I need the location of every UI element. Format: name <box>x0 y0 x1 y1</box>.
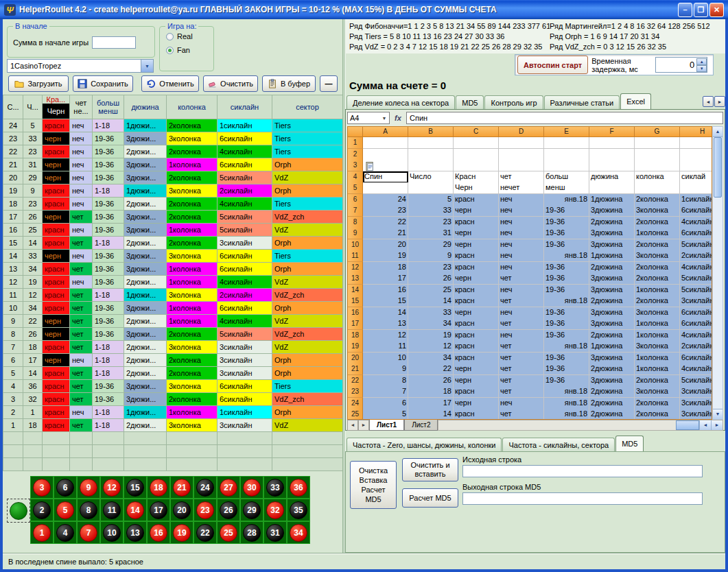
excel-formula-input[interactable]: Спин <box>406 112 723 124</box>
excel-cell-B14[interactable]: 25 <box>408 285 454 296</box>
excel-cell-D20[interactable]: чет <box>499 353 544 364</box>
excel-cell-H7[interactable]: 6сиклайн <box>680 205 712 217</box>
excel-cell-D15[interactable]: чет <box>499 296 544 307</box>
excel-cell-C23[interactable]: красн <box>454 386 499 398</box>
excel-cell-G7[interactable]: 3колонка <box>635 205 680 217</box>
history-row[interactable]: 2131черннеч19-363дюжи...1колонка6сиклайн… <box>3 158 343 171</box>
excel-cell-C24[interactable]: черн <box>454 398 499 409</box>
board-cell-29[interactable]: 29 <box>240 499 263 521</box>
board-cell-13[interactable]: 13 <box>124 521 147 544</box>
excel-cell-F5[interactable] <box>589 182 635 194</box>
excel-cell-E19[interactable]: янв.18 <box>544 341 589 353</box>
excel-cell-F11[interactable]: 1дюжина <box>589 250 635 262</box>
excel-cell-B8[interactable]: 23 <box>408 217 454 228</box>
excel-cell-C13[interactable]: черн <box>454 273 499 285</box>
history-row[interactable]: 1112краснчет1-181дюжи...3колонка2сиклайн… <box>3 289 343 302</box>
excel-cell-F7[interactable]: 3дюжина <box>589 205 635 217</box>
excel-horizontal-scrollbar[interactable]: ◄ ► <box>438 420 723 431</box>
excel-cell-E20[interactable]: 19-36 <box>544 353 589 364</box>
excel-cell-E15[interactable]: янв.18 <box>544 296 589 307</box>
excel-cell-G19[interactable]: 3колонка <box>635 341 680 353</box>
excel-cell-C25[interactable]: красн <box>454 409 499 420</box>
history-row[interactable]: 118краснчет1-182дюжи...3колонка3сиклайнV… <box>3 419 343 432</box>
excel-cell-H3[interactable] <box>680 160 712 171</box>
excel-cell-F18[interactable]: 2дюжина <box>589 330 635 342</box>
excel-cell-E17[interactable]: 19-36 <box>544 318 589 330</box>
board-cell-14[interactable]: 14 <box>124 499 147 521</box>
scroll-left-icon[interactable]: ◄ <box>699 420 711 430</box>
excel-cell-A2[interactable] <box>363 149 408 160</box>
excel-cell-F19[interactable]: 1дюжина <box>589 341 635 353</box>
fx-icon[interactable]: fx <box>392 114 404 122</box>
scroll-up-icon[interactable]: ▲ <box>713 127 723 137</box>
board-cell-17[interactable]: 17 <box>147 499 170 521</box>
board-cell-16[interactable]: 16 <box>147 521 170 544</box>
history-row[interactable]: 1034краснчет19-363дюжи...1колонка6сиклай… <box>3 302 343 315</box>
excel-cell-A17[interactable]: 13 <box>363 318 408 330</box>
excel-cell-B16[interactable]: 33 <box>408 307 454 319</box>
excel-row-header-13[interactable]: 13 <box>348 273 363 285</box>
board-cell-15[interactable]: 15 <box>124 476 147 499</box>
excel-cell-F17[interactable]: 3дюжина <box>589 318 635 330</box>
excel-cell-H2[interactable] <box>680 149 712 160</box>
excel-cell-A19[interactable]: 11 <box>363 341 408 353</box>
board-cell-12[interactable]: 12 <box>100 476 124 499</box>
excel-cell-G18[interactable]: 1колонка <box>635 330 680 342</box>
excel-cell-G8[interactable]: 2колонка <box>635 217 680 228</box>
paste-options-icon[interactable] <box>365 161 375 172</box>
excel-cell-E16[interactable]: 19-36 <box>544 307 589 319</box>
excel-cell-H14[interactable]: 5сиклайн <box>680 285 712 296</box>
excel-name-box[interactable]: A4 ▼ <box>347 112 390 124</box>
excel-cell-C20[interactable]: красн <box>454 353 499 364</box>
excel-cell-C4[interactable]: Красн <box>454 171 499 183</box>
history-row[interactable]: 1219красннеч19-362дюжи...1колонка4сиклай… <box>3 276 343 289</box>
excel-row-header-19[interactable]: 19 <box>348 341 363 353</box>
copy-to-buffer-button[interactable]: В буфер <box>262 75 316 92</box>
excel-cell-A8[interactable]: 22 <box>363 217 408 228</box>
excel-cell-H24[interactable]: 3сиклайн <box>680 398 712 409</box>
excel-cell-F3[interactable] <box>589 160 635 171</box>
sheet-nav-right-icon[interactable]: ► <box>358 420 369 431</box>
name-box-dropdown-icon[interactable]: ▼ <box>379 116 389 121</box>
excel-vertical-scrollbar[interactable]: ▲ ▼ <box>712 126 723 420</box>
excel-row-header-21[interactable]: 21 <box>348 364 363 375</box>
excel-cell-G12[interactable]: 2колонка <box>635 262 680 274</box>
board-cell-18[interactable]: 18 <box>147 476 170 499</box>
start-sum-input[interactable] <box>92 36 136 49</box>
excel-cell-F1[interactable] <box>589 137 635 149</box>
scroll-down-icon[interactable]: ▼ <box>713 409 723 419</box>
excel-cell-H13[interactable]: 5сиклайн <box>680 273 712 285</box>
excel-cell-E3[interactable] <box>544 160 589 171</box>
vertical-scroll-thumb[interactable] <box>714 137 722 198</box>
excel-row-header-25[interactable]: 25 <box>348 409 363 420</box>
output-string-input[interactable] <box>462 492 703 505</box>
excel-cell-B22[interactable]: 26 <box>408 375 454 387</box>
excel-cell-F21[interactable]: 2дюжина <box>589 364 635 375</box>
excel-cell-C3[interactable] <box>454 160 499 171</box>
history-row[interactable]: 718краснчет1-182дюжи...3колонка3сиклайнV… <box>3 341 343 354</box>
load-button[interactable]: Загрузить <box>8 75 69 92</box>
excel-cell-G17[interactable]: 1колонка <box>635 318 680 330</box>
board-cell-7[interactable]: 7 <box>77 521 100 544</box>
excel-cell-E14[interactable]: 19-36 <box>544 285 589 296</box>
excel-cell-E8[interactable]: 19-36 <box>544 217 589 228</box>
excel-cell-H6[interactable]: 1сиклайн <box>680 194 712 206</box>
excel-cell-D12[interactable]: неч <box>499 262 544 274</box>
excel-cell-F15[interactable]: 2дюжина <box>589 296 635 307</box>
tab-md5[interactable]: MD5 <box>456 95 484 109</box>
history-row[interactable]: 332краснчет19-363дюжи...2колонка6сиклайн… <box>3 393 343 406</box>
excel-cell-A10[interactable]: 20 <box>363 239 408 251</box>
casino-combobox[interactable]: 1CasinoTropez ▼ <box>7 59 154 73</box>
excel-cell-D4[interactable]: чет <box>499 171 544 183</box>
excel-cell-H1[interactable] <box>680 137 712 149</box>
excel-cell-F2[interactable] <box>589 149 635 160</box>
excel-cell-D10[interactable]: неч <box>499 239 544 251</box>
board-cell-20[interactable]: 20 <box>170 499 193 521</box>
board-cell-25[interactable]: 25 <box>217 521 240 544</box>
excel-row-header-12[interactable]: 12 <box>348 262 363 274</box>
excel-row-header-11[interactable]: 11 <box>348 250 363 262</box>
excel-row-header-14[interactable]: 14 <box>348 285 363 296</box>
excel-cell-E5[interactable]: менш <box>544 182 589 194</box>
board-cell-30[interactable]: 30 <box>240 476 263 499</box>
excel-row-header-16[interactable]: 16 <box>348 307 363 319</box>
